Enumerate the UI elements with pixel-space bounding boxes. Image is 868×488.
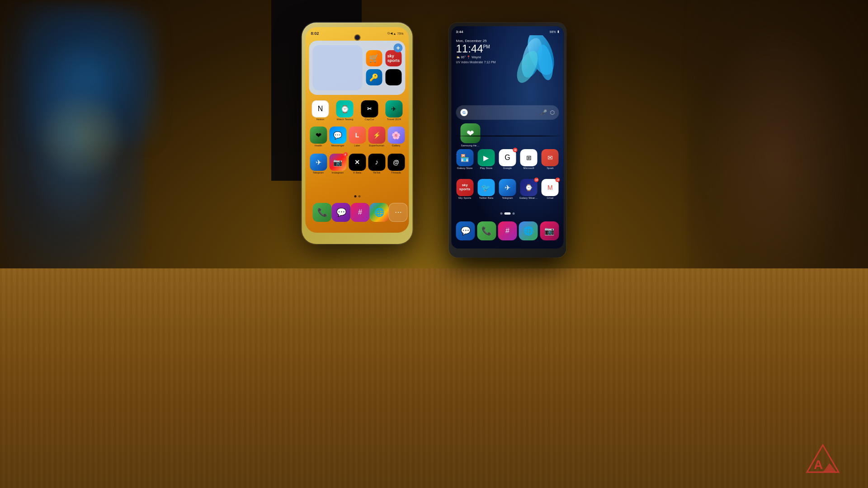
status-right-icons: 98% ▮	[549, 30, 559, 33]
widget-apps-2: skysports ⏱	[386, 50, 402, 85]
samsung-health-label: Samsung Health	[461, 144, 480, 147]
widget-plus-button[interactable]: +	[394, 43, 403, 52]
app-row-right-2: skysports Sky Sports 🐦 Twitter Beta ✈	[455, 179, 560, 199]
widget-app-skysports[interactable]: skysports	[386, 50, 402, 66]
phone-right-body: 3:44 98% ▮ Mon, December 25 11:44PM ⛅ 86…	[449, 23, 566, 258]
app-later[interactable]: L Later	[348, 127, 367, 147]
dock-apps[interactable]: ⋯	[389, 203, 408, 222]
dock-left: 📞 💬 # 🌐	[309, 200, 406, 225]
health-icon-graphic: ❤	[467, 128, 474, 139]
uv-info: UV index Moderate 7:12 PM	[456, 61, 496, 64]
dock-messages[interactable]: 💬	[332, 203, 351, 222]
battery-bar-icon: ▮	[557, 30, 559, 33]
time-value: 11:44	[456, 42, 483, 55]
wood-grain	[0, 268, 868, 488]
app-row-1: N Notion ⌚ Watch Testing ✂	[309, 100, 406, 121]
widget-app-speedtest[interactable]: ⏱	[386, 69, 402, 85]
page-dot-r3	[513, 212, 515, 215]
app-telegram[interactable]: ✈ Telegram	[309, 154, 328, 174]
dock-right: 💬 📞 # 🌐	[455, 218, 560, 243]
wifi-icon: ▲	[393, 32, 396, 35]
app-galaxy-wearable[interactable]: ⌚ 18 Galaxy Wearable	[519, 179, 538, 199]
widget-apps: 🛒 🔑	[366, 50, 382, 85]
google-logo: G	[461, 109, 468, 116]
location: Wayne	[472, 56, 481, 59]
status-icons-right: G◀ ▲ 75%	[387, 32, 403, 35]
page-dot-r1	[500, 212, 503, 215]
time-ampm: PM	[483, 44, 490, 49]
status-time-left: 8:02	[311, 31, 319, 36]
status-bar-right: 3:44 98% ▮	[452, 26, 564, 37]
dock-camera[interactable]: 📷	[540, 221, 559, 240]
page-dot-2	[358, 195, 360, 197]
app-tiktok[interactable]: ♪ TikTok	[368, 154, 386, 174]
app-gmail[interactable]: M 18 Gmail	[540, 179, 560, 199]
app-x-beta[interactable]: ✕ X Beta	[348, 154, 367, 174]
dock-phone-right[interactable]: 📞	[477, 221, 496, 240]
widget-main	[313, 45, 363, 90]
widget-area: 🛒 🔑 skysports ⏱	[309, 41, 406, 95]
page-dot-r2	[505, 212, 511, 215]
signal-icon: G◀	[387, 32, 392, 35]
app-messenger[interactable]: 💬 Messenger	[329, 127, 347, 147]
status-bar-left: 8:02 G◀ ▲ 75%	[306, 27, 409, 40]
app-instagram[interactable]: 📷 9 Instagram	[329, 154, 347, 174]
app-twitter-beta[interactable]: 🐦 Twitter Beta	[476, 179, 496, 199]
hinge-line	[452, 136, 564, 136]
battery-icon: 75%	[397, 32, 403, 35]
datetime-widget: Mon, December 25 11:44PM ⛅ 86° 📍 Wayne U…	[456, 39, 496, 64]
app-play-store[interactable]: ▶ Play Store	[476, 149, 496, 169]
status-battery-right: 98%	[549, 30, 556, 33]
page-indicator-right	[500, 212, 515, 215]
app-notion[interactable]: N Notion	[309, 100, 332, 121]
app-sky-sports-right[interactable]: skysports Sky Sports	[455, 179, 475, 199]
page-dot-1	[354, 195, 356, 197]
wallpaper-graphic	[514, 35, 559, 94]
dock-sms[interactable]: 💬	[456, 221, 475, 240]
wood-table	[0, 268, 868, 488]
app-google[interactable]: G 18 Google	[498, 149, 517, 169]
location-icon: 📍	[467, 56, 471, 59]
app-row-right-1: 🏪 Galaxy Store ▶ Play Store G 18	[455, 149, 560, 169]
temperature: 86°	[461, 56, 466, 59]
aa-logo: A	[805, 443, 841, 474]
phone-left-body: 8:02 G◀ ▲ 75% 🛒	[302, 23, 413, 244]
app-telegram-right[interactable]: ✈ Telegram	[498, 179, 517, 199]
app-gallery[interactable]: 🌸 Gallery	[387, 127, 406, 147]
app-row-2: ❤ Health 💬 Messenger L Lat	[307, 127, 407, 147]
dock-slack-right[interactable]: #	[498, 221, 517, 240]
status-time-right: 3:44	[456, 30, 463, 34]
widget-app-1password[interactable]: 🔑	[366, 69, 382, 85]
app-watch-testing[interactable]: ⌚ Watch Testing	[334, 100, 356, 121]
samsung-health-icon: ❤	[461, 123, 481, 143]
phones-container: 8:02 G◀ ▲ 75% 🛒	[302, 23, 566, 262]
app-capcut[interactable]: ✂ CapCut	[358, 100, 381, 121]
app-superhuman[interactable]: ⚡ Superhuman	[368, 127, 386, 147]
search-bar-right[interactable]: G 🎤 ⬡	[456, 105, 559, 120]
phone-left-screen: 8:02 G◀ ▲ 75% 🛒	[306, 27, 409, 233]
app-spark[interactable]: ✉ Spark	[540, 149, 560, 169]
sunset-time: 7:12 PM	[484, 61, 495, 64]
app-row-3: ✈ Telegram 📷 9 Instagram ✕	[307, 154, 407, 174]
app-health[interactable]: ❤ Health	[309, 127, 328, 147]
phone-right: 3:44 98% ▮ Mon, December 25 11:44PM ⛅ 86…	[449, 23, 566, 262]
app-galaxy-store[interactable]: 🏪 Galaxy Store	[455, 149, 475, 169]
time-label: 11:44PM	[456, 43, 496, 54]
bg-blur-left	[0, 0, 145, 271]
lens-icon[interactable]: ⬡	[550, 109, 555, 116]
dock-chrome[interactable]: 🌐	[370, 203, 389, 222]
app-threads[interactable]: @ Threads	[387, 154, 406, 174]
aa-logo-svg: A	[805, 443, 841, 474]
svg-text:A: A	[814, 458, 823, 472]
dock-chrome-right[interactable]: 🌐	[519, 221, 538, 240]
app-travel2024[interactable]: ✈ Travel 2024	[382, 100, 405, 121]
widget-app-amazon[interactable]: 🛒	[366, 50, 382, 66]
weather-icon: ⛅	[456, 56, 460, 59]
mic-icon[interactable]: 🎤	[541, 109, 547, 116]
phone-right-screen: 3:44 98% ▮ Mon, December 25 11:44PM ⛅ 86…	[452, 26, 564, 249]
dock-phone[interactable]: 📞	[313, 203, 332, 222]
app-microsoft[interactable]: ⊞ Microsoft	[519, 149, 538, 169]
weather-info: ⛅ 86° 📍 Wayne	[456, 56, 496, 59]
dock-slack[interactable]: #	[351, 203, 370, 222]
uv-text: UV index Moderate	[456, 61, 483, 64]
